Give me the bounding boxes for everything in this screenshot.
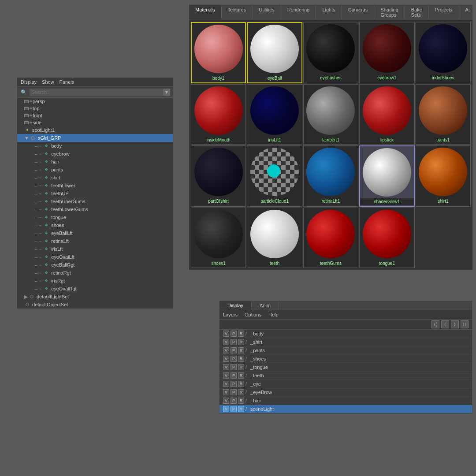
layer-row-teeth[interactable]: V P R / _teeth	[219, 372, 472, 380]
layer-r-btn[interactable]: R	[238, 398, 244, 404]
outliner-item-persp[interactable]: persp	[17, 98, 173, 105]
panels-menu[interactable]: Panels	[60, 79, 74, 85]
layer-icon-prev[interactable]: ⟨	[441, 320, 449, 328]
layer-p-btn[interactable]: P	[231, 339, 237, 345]
outliner-item-eyeOvalLft[interactable]: –→ ❖ eyeOvalLft	[17, 253, 173, 261]
material-irisLft1[interactable]: irisLft1	[247, 84, 302, 145]
material-teeth[interactable]: teeth	[247, 208, 302, 268]
layer-row-tongue[interactable]: V P R / _tongue	[219, 363, 472, 372]
layer-r-btn[interactable]: R	[238, 389, 244, 395]
layer-r-btn[interactable]: R	[238, 339, 244, 345]
outliner-item-eyeOvalRgt[interactable]: –→ ❖ eyeOvalRgt	[17, 285, 173, 293]
layer-p-btn[interactable]: P	[231, 389, 237, 395]
outliner-item-eyebrow[interactable]: –→ ❖ eyebrow	[17, 150, 173, 158]
outliner-item-teethLower[interactable]: –→ ❖ teethLower	[17, 182, 173, 190]
layer-p-btn[interactable]: P	[231, 364, 237, 370]
layer-p-btn[interactable]: P	[231, 381, 237, 387]
outliner-item-side[interactable]: side	[17, 119, 173, 126]
tab-a[interactable]: A:	[459, 5, 476, 20]
layer-r-btn[interactable]: R	[238, 381, 244, 387]
outliner-item-eyeBallRgt[interactable]: –→ ❖ eyeBallRgt	[17, 261, 173, 269]
outliner-item-shoes[interactable]: –→ ❖ shoes	[17, 221, 173, 229]
layer-r-btn[interactable]: R	[238, 331, 244, 337]
tab-textures[interactable]: Textures	[222, 5, 253, 20]
material-inderShoes[interactable]: inderShoes	[416, 22, 471, 83]
layer-v-btn[interactable]: V	[223, 331, 229, 337]
tab-lights[interactable]: Lights	[316, 5, 342, 20]
outliner-item-retinaLft[interactable]: –→ ❖ retinaLft	[17, 237, 173, 245]
outliner-item-shirt[interactable]: –→ ❖ shirt	[17, 174, 173, 182]
layer-v-btn[interactable]: V	[223, 347, 229, 353]
search-dropdown-button[interactable]: ▼	[163, 89, 170, 96]
layer-v-btn[interactable]: V	[223, 356, 229, 362]
material-teethGums[interactable]: teethGums	[303, 208, 358, 268]
material-retinaLft1[interactable]: retinaLft1	[303, 145, 358, 207]
layer-row-pants[interactable]: V P R / _pants	[219, 346, 472, 355]
tab-bake-sets[interactable]: Bake Sets	[405, 5, 429, 20]
layer-row-body[interactable]: V P R / _body	[219, 330, 472, 338]
layer-v-btn[interactable]: V	[223, 381, 229, 387]
outliner-item-teethLowerGums[interactable]: –→ ❖ teethLowerGums	[17, 205, 173, 213]
material-eyeLashes[interactable]: eyeLashes	[303, 22, 358, 83]
outliner-item-pants[interactable]: –→ ❖ pants	[17, 166, 173, 174]
layer-icon-next[interactable]: ⟩	[451, 320, 459, 328]
material-body1[interactable]: body1	[191, 22, 246, 83]
options-menu-item[interactable]: Options	[245, 312, 261, 317]
layer-icon-next-next[interactable]: ⟩⟩	[461, 320, 469, 328]
material-pants1[interactable]: pants1	[416, 84, 471, 145]
layer-p-btn[interactable]: P	[231, 347, 237, 353]
show-menu[interactable]: Show	[42, 79, 54, 85]
layer-v-btn[interactable]: V	[223, 364, 229, 370]
tab-anim[interactable]: Anim	[252, 301, 279, 310]
layer-row-shirt[interactable]: V P R / _shirt	[219, 338, 472, 346]
layer-v-btn[interactable]: V	[223, 389, 229, 395]
layer-v-btn[interactable]: V	[223, 398, 229, 404]
layer-r-btn[interactable]: R	[238, 356, 244, 362]
outliner-item-hair[interactable]: –→ ❖ hair	[17, 158, 173, 166]
layer-r-btn[interactable]: R	[238, 347, 244, 353]
material-shaderGlow1[interactable]: shaderGlow1	[359, 145, 414, 207]
layer-row-eyeBrow[interactable]: V P R / _eyeBrow	[219, 388, 472, 397]
material-particleCloud1[interactable]: particleCloud1	[247, 145, 302, 207]
outliner-item-teethUP[interactable]: –→ ❖ teethUP	[17, 190, 173, 197]
layer-row-sceneLight[interactable]: V P R / sceneLight	[219, 405, 472, 413]
layer-row-shoes[interactable]: V P R / _shoes	[219, 355, 472, 363]
outliner-item-teethUperGums[interactable]: –→ ❖ teethUperGums	[17, 197, 173, 205]
material-partOfshirt[interactable]: partOfshirt	[191, 145, 246, 207]
outliner-item-body[interactable]: –→ ❖ body	[17, 142, 173, 150]
layer-p-btn[interactable]: P	[231, 331, 237, 337]
help-menu-item[interactable]: Help	[268, 312, 279, 317]
outliner-item-defaultObjectSet[interactable]: ⬡ defaultObjectSet	[17, 301, 173, 309]
outliner-item-spotLight1[interactable]: ✦ spotLight1	[17, 126, 173, 134]
layer-icon-prev-prev[interactable]: ⟨⟨	[431, 320, 439, 328]
layer-v-btn[interactable]: V	[223, 406, 229, 412]
outliner-item-front[interactable]: front	[17, 112, 173, 119]
outliner-item-retinaRgt[interactable]: –→ ❖ retinaRgt	[17, 269, 173, 277]
layer-v-btn[interactable]: V	[223, 339, 229, 345]
tab-rendering[interactable]: Rendering	[281, 5, 316, 20]
tab-materials[interactable]: Materials	[189, 5, 222, 20]
layer-row-hair[interactable]: V P R / _hair	[219, 397, 472, 405]
layer-r-btn[interactable]: R	[238, 372, 244, 379]
layer-row-eye[interactable]: V P R / _eye	[219, 380, 472, 388]
layer-p-btn[interactable]: P	[231, 356, 237, 362]
display-menu[interactable]: Display	[21, 79, 37, 85]
outliner-item-eyeBallLft[interactable]: –→ ❖ eyeBallLft	[17, 229, 173, 237]
outliner-item-top[interactable]: top	[17, 105, 173, 112]
layer-v-btn[interactable]: V	[223, 372, 229, 379]
material-tongue1[interactable]: tongue1	[359, 208, 414, 268]
outliner-item-defaultLightSet[interactable]: ▶ ⬡ defaultLightSet	[17, 293, 173, 301]
layer-p-btn[interactable]: P	[231, 398, 237, 404]
layer-p-btn[interactable]: P	[231, 372, 237, 379]
tab-cameras[interactable]: Cameras	[342, 5, 375, 20]
layer-p-btn[interactable]: P	[231, 406, 237, 412]
outliner-item-irisLft[interactable]: –→ ❖ irisLft	[17, 245, 173, 253]
outliner-item-irisRgt[interactable]: –→ ❖ irisRgt	[17, 277, 173, 285]
outliner-item-xGirl-GRP[interactable]: ▼ ⬡ xGirl_GRP	[17, 134, 173, 142]
tab-utilities[interactable]: Utilities	[253, 5, 281, 20]
material-lipstick[interactable]: lipstick	[359, 84, 414, 145]
material-shirt1[interactable]: shirt1	[416, 145, 471, 207]
tab-shading-groups[interactable]: Shading Groups	[374, 5, 405, 20]
layers-menu-item[interactable]: Layers	[223, 312, 238, 317]
material-lambert1[interactable]: lambert1	[303, 84, 358, 145]
